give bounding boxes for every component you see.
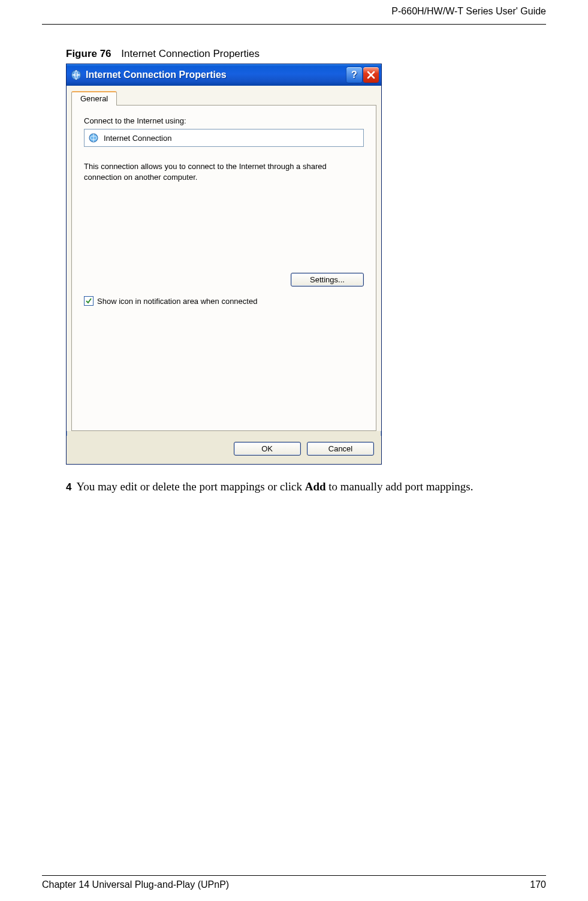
svg-point-0 — [71, 70, 81, 80]
header-guide-title: P-660H/HW/W-T Series User' Guide — [391, 6, 546, 17]
figure-caption: Figure 76 Internet Connection Properties — [66, 48, 546, 60]
tab-general[interactable]: General — [71, 91, 117, 106]
dialog-window: Internet Connection Properties ? General… — [66, 64, 382, 465]
step-text-before: You may edit or delete the port mappings… — [77, 480, 305, 493]
figure-number: Figure 76 — [66, 48, 111, 59]
dialog-footer: OK Cancel — [67, 436, 381, 464]
footer-chapter: Chapter 14 Universal Plug-and-Play (UPnP… — [42, 879, 229, 890]
connect-using-label: Connect to the Internet using: — [84, 116, 364, 125]
window-icon — [70, 69, 82, 81]
show-icon-label: Show icon in notification area when conn… — [97, 297, 257, 306]
dialog-body: General Connect to the Internet using: — [67, 86, 381, 431]
show-icon-checkbox-row[interactable]: Show icon in notification area when conn… — [84, 296, 364, 306]
help-button[interactable]: ? — [346, 67, 362, 83]
connection-selector[interactable]: Internet Connection — [84, 129, 364, 147]
titlebar[interactable]: Internet Connection Properties ? — [67, 64, 381, 86]
connection-icon — [88, 132, 99, 143]
show-icon-checkbox[interactable] — [84, 296, 94, 306]
cancel-button[interactable]: Cancel — [307, 442, 374, 456]
figure-title: Internet Connection Properties — [121, 48, 260, 59]
tab-panel: Connect to the Internet using: Internet … — [71, 105, 376, 431]
step-text-after: to manually add port mappings. — [326, 480, 474, 493]
footer-divider — [42, 875, 546, 876]
step-number: 4 — [66, 481, 71, 493]
connection-name: Internet Connection — [104, 134, 171, 143]
step-instruction: 4 You may edit or delete the port mappin… — [66, 479, 546, 495]
connection-description: This connection allows you to connect to… — [84, 161, 354, 183]
ok-button[interactable]: OK — [234, 442, 301, 456]
header-divider — [42, 24, 546, 25]
footer-page-number: 170 — [530, 879, 546, 890]
settings-button[interactable]: Settings... — [291, 273, 364, 287]
close-button[interactable] — [363, 67, 379, 83]
titlebar-title: Internet Connection Properties — [86, 70, 345, 80]
step-bold-word: Add — [305, 480, 326, 493]
